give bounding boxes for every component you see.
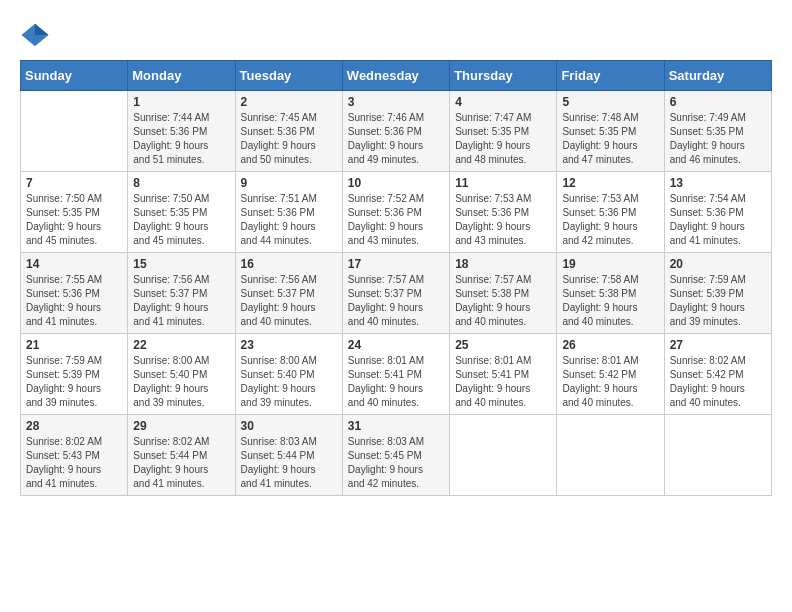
weekday-header-tuesday: Tuesday <box>235 61 342 91</box>
calendar-cell: 28Sunrise: 8:02 AMSunset: 5:43 PMDayligh… <box>21 415 128 496</box>
calendar-cell: 2Sunrise: 7:45 AMSunset: 5:36 PMDaylight… <box>235 91 342 172</box>
calendar-cell: 4Sunrise: 7:47 AMSunset: 5:35 PMDaylight… <box>450 91 557 172</box>
cell-content: Sunrise: 8:03 AMSunset: 5:45 PMDaylight:… <box>348 435 444 491</box>
day-number: 7 <box>26 176 122 190</box>
weekday-header-thursday: Thursday <box>450 61 557 91</box>
day-number: 2 <box>241 95 337 109</box>
cell-content: Sunrise: 8:00 AMSunset: 5:40 PMDaylight:… <box>241 354 337 410</box>
day-number: 29 <box>133 419 229 433</box>
calendar-cell: 20Sunrise: 7:59 AMSunset: 5:39 PMDayligh… <box>664 253 771 334</box>
day-number: 16 <box>241 257 337 271</box>
calendar-cell: 26Sunrise: 8:01 AMSunset: 5:42 PMDayligh… <box>557 334 664 415</box>
day-number: 19 <box>562 257 658 271</box>
calendar-table: SundayMondayTuesdayWednesdayThursdayFrid… <box>20 60 772 496</box>
calendar-cell <box>664 415 771 496</box>
calendar-cell: 18Sunrise: 7:57 AMSunset: 5:38 PMDayligh… <box>450 253 557 334</box>
cell-content: Sunrise: 7:53 AMSunset: 5:36 PMDaylight:… <box>455 192 551 248</box>
cell-content: Sunrise: 7:58 AMSunset: 5:38 PMDaylight:… <box>562 273 658 329</box>
cell-content: Sunrise: 7:53 AMSunset: 5:36 PMDaylight:… <box>562 192 658 248</box>
calendar-cell: 12Sunrise: 7:53 AMSunset: 5:36 PMDayligh… <box>557 172 664 253</box>
calendar-cell: 11Sunrise: 7:53 AMSunset: 5:36 PMDayligh… <box>450 172 557 253</box>
cell-content: Sunrise: 7:55 AMSunset: 5:36 PMDaylight:… <box>26 273 122 329</box>
day-number: 22 <box>133 338 229 352</box>
day-number: 5 <box>562 95 658 109</box>
calendar-cell: 10Sunrise: 7:52 AMSunset: 5:36 PMDayligh… <box>342 172 449 253</box>
calendar-cell <box>450 415 557 496</box>
weekday-header-sunday: Sunday <box>21 61 128 91</box>
calendar-cell: 16Sunrise: 7:56 AMSunset: 5:37 PMDayligh… <box>235 253 342 334</box>
cell-content: Sunrise: 7:59 AMSunset: 5:39 PMDaylight:… <box>26 354 122 410</box>
calendar-cell: 8Sunrise: 7:50 AMSunset: 5:35 PMDaylight… <box>128 172 235 253</box>
calendar-cell: 22Sunrise: 8:00 AMSunset: 5:40 PMDayligh… <box>128 334 235 415</box>
cell-content: Sunrise: 7:52 AMSunset: 5:36 PMDaylight:… <box>348 192 444 248</box>
day-number: 21 <box>26 338 122 352</box>
day-number: 9 <box>241 176 337 190</box>
cell-content: Sunrise: 8:02 AMSunset: 5:42 PMDaylight:… <box>670 354 766 410</box>
svg-marker-1 <box>35 24 49 35</box>
cell-content: Sunrise: 7:54 AMSunset: 5:36 PMDaylight:… <box>670 192 766 248</box>
calendar-cell: 14Sunrise: 7:55 AMSunset: 5:36 PMDayligh… <box>21 253 128 334</box>
day-number: 1 <box>133 95 229 109</box>
calendar-cell <box>21 91 128 172</box>
cell-content: Sunrise: 7:57 AMSunset: 5:37 PMDaylight:… <box>348 273 444 329</box>
calendar-cell: 13Sunrise: 7:54 AMSunset: 5:36 PMDayligh… <box>664 172 771 253</box>
cell-content: Sunrise: 8:02 AMSunset: 5:43 PMDaylight:… <box>26 435 122 491</box>
calendar-cell: 21Sunrise: 7:59 AMSunset: 5:39 PMDayligh… <box>21 334 128 415</box>
day-number: 17 <box>348 257 444 271</box>
calendar-cell: 19Sunrise: 7:58 AMSunset: 5:38 PMDayligh… <box>557 253 664 334</box>
day-number: 26 <box>562 338 658 352</box>
cell-content: Sunrise: 7:56 AMSunset: 5:37 PMDaylight:… <box>241 273 337 329</box>
cell-content: Sunrise: 7:51 AMSunset: 5:36 PMDaylight:… <box>241 192 337 248</box>
cell-content: Sunrise: 8:01 AMSunset: 5:42 PMDaylight:… <box>562 354 658 410</box>
calendar-cell: 23Sunrise: 8:00 AMSunset: 5:40 PMDayligh… <box>235 334 342 415</box>
weekday-header-wednesday: Wednesday <box>342 61 449 91</box>
day-number: 20 <box>670 257 766 271</box>
calendar-cell: 17Sunrise: 7:57 AMSunset: 5:37 PMDayligh… <box>342 253 449 334</box>
day-number: 13 <box>670 176 766 190</box>
cell-content: Sunrise: 7:49 AMSunset: 5:35 PMDaylight:… <box>670 111 766 167</box>
day-number: 23 <box>241 338 337 352</box>
calendar-cell <box>557 415 664 496</box>
calendar-cell: 25Sunrise: 8:01 AMSunset: 5:41 PMDayligh… <box>450 334 557 415</box>
day-number: 6 <box>670 95 766 109</box>
cell-content: Sunrise: 8:01 AMSunset: 5:41 PMDaylight:… <box>348 354 444 410</box>
calendar-cell: 3Sunrise: 7:46 AMSunset: 5:36 PMDaylight… <box>342 91 449 172</box>
calendar-cell: 31Sunrise: 8:03 AMSunset: 5:45 PMDayligh… <box>342 415 449 496</box>
cell-content: Sunrise: 8:03 AMSunset: 5:44 PMDaylight:… <box>241 435 337 491</box>
cell-content: Sunrise: 7:59 AMSunset: 5:39 PMDaylight:… <box>670 273 766 329</box>
weekday-header-monday: Monday <box>128 61 235 91</box>
calendar-cell: 5Sunrise: 7:48 AMSunset: 5:35 PMDaylight… <box>557 91 664 172</box>
weekday-header-saturday: Saturday <box>664 61 771 91</box>
day-number: 10 <box>348 176 444 190</box>
logo <box>20 20 54 50</box>
cell-content: Sunrise: 7:50 AMSunset: 5:35 PMDaylight:… <box>26 192 122 248</box>
cell-content: Sunrise: 8:02 AMSunset: 5:44 PMDaylight:… <box>133 435 229 491</box>
day-number: 14 <box>26 257 122 271</box>
day-number: 3 <box>348 95 444 109</box>
logo-icon <box>20 20 50 50</box>
calendar-cell: 6Sunrise: 7:49 AMSunset: 5:35 PMDaylight… <box>664 91 771 172</box>
page-header <box>20 20 772 50</box>
calendar-cell: 7Sunrise: 7:50 AMSunset: 5:35 PMDaylight… <box>21 172 128 253</box>
day-number: 18 <box>455 257 551 271</box>
cell-content: Sunrise: 7:57 AMSunset: 5:38 PMDaylight:… <box>455 273 551 329</box>
cell-content: Sunrise: 7:56 AMSunset: 5:37 PMDaylight:… <box>133 273 229 329</box>
cell-content: Sunrise: 7:46 AMSunset: 5:36 PMDaylight:… <box>348 111 444 167</box>
day-number: 12 <box>562 176 658 190</box>
day-number: 4 <box>455 95 551 109</box>
calendar-cell: 27Sunrise: 8:02 AMSunset: 5:42 PMDayligh… <box>664 334 771 415</box>
weekday-header-friday: Friday <box>557 61 664 91</box>
day-number: 31 <box>348 419 444 433</box>
day-number: 11 <box>455 176 551 190</box>
day-number: 27 <box>670 338 766 352</box>
cell-content: Sunrise: 7:45 AMSunset: 5:36 PMDaylight:… <box>241 111 337 167</box>
day-number: 8 <box>133 176 229 190</box>
calendar-cell: 24Sunrise: 8:01 AMSunset: 5:41 PMDayligh… <box>342 334 449 415</box>
calendar-cell: 29Sunrise: 8:02 AMSunset: 5:44 PMDayligh… <box>128 415 235 496</box>
day-number: 28 <box>26 419 122 433</box>
calendar-cell: 1Sunrise: 7:44 AMSunset: 5:36 PMDaylight… <box>128 91 235 172</box>
day-number: 30 <box>241 419 337 433</box>
calendar-cell: 30Sunrise: 8:03 AMSunset: 5:44 PMDayligh… <box>235 415 342 496</box>
day-number: 25 <box>455 338 551 352</box>
calendar-cell: 9Sunrise: 7:51 AMSunset: 5:36 PMDaylight… <box>235 172 342 253</box>
